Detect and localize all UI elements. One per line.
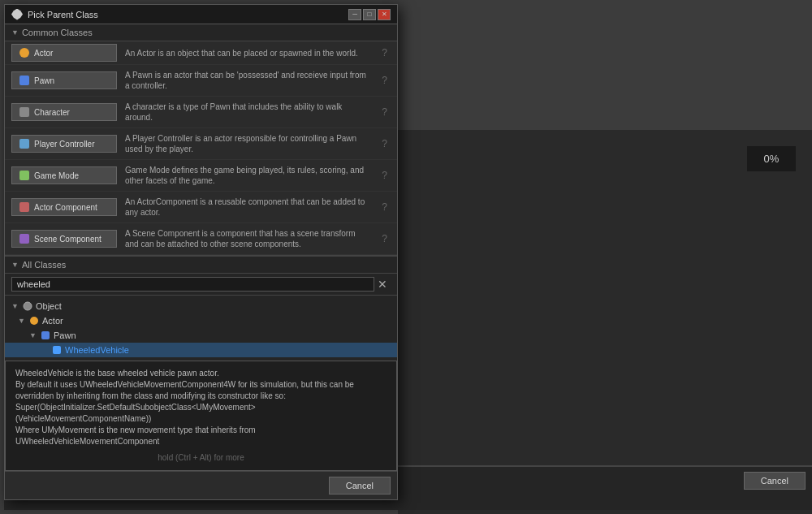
game-mode-class-button[interactable]: Game Mode [11, 166, 117, 184]
player-controller-class-button[interactable]: Player Controller [11, 135, 117, 153]
minimize-button[interactable]: ─ [348, 9, 361, 20]
list-item: Player Controller A Player Controller is… [5, 128, 397, 160]
actor-help-icon[interactable]: ? [378, 47, 391, 58]
search-row: ✕ [5, 274, 397, 296]
player-controller-help-icon[interactable]: ? [378, 138, 391, 149]
player-controller-label: Player Controller [34, 140, 94, 149]
pawn-help-icon[interactable]: ? [378, 75, 391, 86]
scene-component-class-button[interactable]: Scene Component [11, 230, 117, 248]
title-bar-left: Pick Parent Class [11, 9, 98, 20]
actor-label: Actor [34, 49, 53, 58]
scene-component-help-icon[interactable]: ? [378, 233, 391, 244]
game-mode-icon [19, 170, 30, 181]
game-mode-label: Game Mode [34, 171, 79, 180]
search-input[interactable] [11, 277, 374, 292]
tree-item-label: Object [36, 301, 62, 311]
section-arrow-icon: ▼ [11, 28, 19, 37]
cancel-button-top[interactable]: Cancel [329, 477, 391, 495]
description-box: WheeledVehicle is the base wheeled vehic… [5, 361, 397, 471]
actor-component-class-button[interactable]: Actor Component [11, 198, 117, 216]
character-label: Character [34, 108, 70, 117]
list-item: Actor An Actor is an object that can be … [5, 41, 397, 65]
tree-item[interactable]: ▼ Pawn [5, 328, 397, 343]
actor-icon [19, 47, 30, 58]
wheeled-vehicle-tree-icon [51, 344, 63, 356]
description-text: WheeledVehicle is the base wheeled vehic… [15, 368, 387, 447]
dialog-title: Pick Parent Class [28, 10, 98, 19]
unreal-logo-icon [11, 9, 23, 20]
pawn-label: Pawn [34, 76, 54, 85]
close-button[interactable]: ✕ [378, 9, 391, 20]
game-mode-help-icon[interactable]: ? [378, 170, 391, 181]
common-classes-header: ▼ Common Classes [5, 24, 397, 41]
tree-arrow-icon: ▼ [29, 331, 37, 339]
scene-component-desc: A Scene Component is a component that ha… [117, 226, 378, 252]
svg-point-0 [24, 302, 32, 310]
tree-item-label: Actor [42, 316, 63, 326]
search-clear-button[interactable]: ✕ [374, 278, 391, 291]
actor-desc: An Actor is an object that can be placed… [117, 45, 378, 61]
common-classes-label: Common Classes [22, 28, 93, 37]
pawn-tree-icon [40, 330, 51, 341]
tree-item[interactable]: WheeledVehicle [5, 343, 397, 357]
class-tree: ▼ Object ▼ Actor ▼ Pawn [5, 296, 397, 361]
character-class-button[interactable]: Character [11, 103, 117, 121]
pawn-icon [19, 75, 30, 86]
player-controller-desc: A Player Controller is an actor responsi… [117, 131, 378, 157]
common-classes-list: Actor An Actor is an object that can be … [5, 41, 397, 255]
player-controller-icon [19, 138, 30, 149]
title-bar-controls: ─ □ ✕ [348, 9, 391, 20]
description-hint: hold (Ctrl + Alt) for more [15, 452, 387, 464]
list-item: Character A character is a type of Pawn … [5, 97, 397, 128]
tree-item-label: WheeledVehicle [65, 345, 129, 355]
character-help-icon[interactable]: ? [378, 106, 391, 118]
scene-component-icon [19, 233, 30, 244]
tree-item[interactable]: ▼ Actor [5, 313, 397, 328]
list-item: Game Mode Game Mode defines the game bei… [5, 160, 397, 192]
pick-parent-class-dialog: Pick Parent Class ─ □ ✕ ▼ Common Classes… [4, 4, 398, 500]
title-bar: Pick Parent Class ─ □ ✕ [5, 5, 397, 24]
actor-component-label: Actor Component [34, 203, 97, 212]
scene-component-label: Scene Component [34, 235, 102, 244]
pawn-class-button[interactable]: Pawn [11, 71, 117, 89]
maximize-button[interactable]: □ [363, 9, 376, 20]
pawn-desc: A Pawn is an actor that can be 'possesse… [117, 67, 378, 93]
buttons-row-top: Cancel [5, 471, 397, 499]
all-classes-section: ▼ All Classes ✕ ▼ Object ▼ Actor [5, 255, 397, 499]
tree-arrow-icon: ▼ [18, 317, 26, 325]
all-classes-arrow-icon: ▼ [11, 261, 19, 269]
progress-box: 0% [747, 146, 796, 171]
object-icon [22, 300, 33, 312]
game-mode-desc: Game Mode defines the game being played,… [117, 162, 378, 188]
tree-item-label: Pawn [54, 330, 76, 340]
list-item: Actor Component An ActorComponent is a r… [5, 192, 397, 223]
actor-component-help-icon[interactable]: ? [378, 201, 391, 213]
actor-component-icon [19, 201, 30, 213]
list-item: Scene Component A Scene Component is a c… [5, 223, 397, 255]
actor-class-button[interactable]: Actor [11, 44, 117, 62]
cancel-button-bottom[interactable]: Cancel [744, 472, 806, 490]
actor-component-desc: An ActorComponent is a reusable componen… [117, 194, 378, 220]
tree-item[interactable]: ▼ Object [5, 299, 397, 313]
character-desc: A character is a type of Pawn that inclu… [117, 99, 378, 125]
progress-area: 0% [398, 130, 812, 514]
tree-arrow-icon: ▼ [11, 302, 19, 310]
character-icon [19, 106, 30, 118]
all-classes-label: All Classes [22, 260, 66, 270]
actor-tree-icon [28, 315, 40, 326]
progress-value: 0% [764, 153, 780, 165]
list-item: Pawn A Pawn is an actor that can be 'pos… [5, 65, 397, 97]
all-classes-header: ▼ All Classes [5, 257, 397, 274]
